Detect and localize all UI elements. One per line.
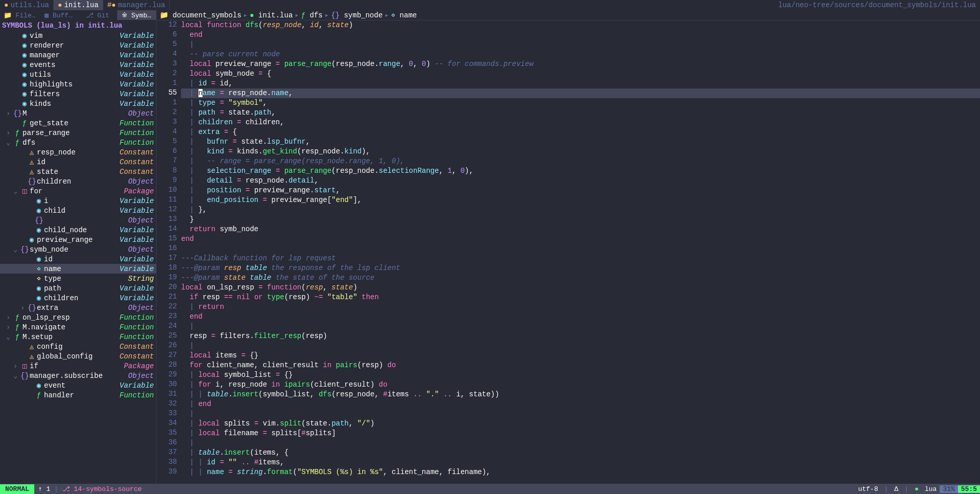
code-line[interactable]: | bufnr = state.lsp_bufnr,	[181, 137, 980, 147]
code-line[interactable]: for client_name, client_result in pairs(…	[181, 361, 980, 370]
sidebar-tab[interactable]: ※ Symb…	[117, 10, 156, 20]
buffer-tab[interactable]: #●manager.lua	[103, 0, 170, 10]
symbol-item[interactable]: ◉ children Variable	[0, 293, 156, 303]
code-line[interactable]: | detail = resp_node.detail,	[181, 176, 980, 186]
symbol-item[interactable]: {} Object	[0, 215, 156, 225]
code-content[interactable]: local function dfs(resp_node, id, state)…	[181, 20, 980, 485]
code-line[interactable]: |	[181, 409, 980, 419]
code-line[interactable]: |	[181, 40, 980, 50]
code-line[interactable]: | | name = string.format("SYMBOLS (%s) i…	[181, 467, 980, 477]
breadcrumb-segment[interactable]: 📁 document_symbols	[160, 11, 241, 19]
code-line[interactable]: | path = state.path,	[181, 108, 980, 118]
symbol-item[interactable]: ◬ id Constant	[0, 157, 156, 167]
symbol-item[interactable]: ◉ utils Variable	[0, 70, 156, 79]
code-line[interactable]: | local symbol_list = {}	[181, 370, 980, 380]
symbol-item[interactable]: › ƒ on_lsp_resp Function	[0, 312, 156, 322]
symbol-item[interactable]: ◉ manager Variable	[0, 50, 156, 60]
code-line[interactable]: ---@param resp table the response of the…	[181, 263, 980, 273]
breadcrumb[interactable]: 📁 document_symbols▸● init.lua▸ƒ dfs▸{} s…	[157, 10, 980, 20]
code-line[interactable]: ---@param state table the state of the s…	[181, 273, 980, 283]
code-line[interactable]	[181, 244, 980, 254]
code-line[interactable]: |	[181, 322, 980, 331]
symbol-item[interactable]: ◬ resp_node Constant	[0, 147, 156, 157]
code-line[interactable]: | id = id,	[181, 79, 980, 88]
code-line[interactable]: | | table.insert(symbol_list, dfs(resp_n…	[181, 390, 980, 399]
symbol-item[interactable]: ⋄ name Variable	[0, 264, 156, 274]
symbol-item[interactable]: ⌄ {} symb_node Object	[0, 244, 156, 254]
code-area[interactable]: 1265432155123456789101112131415161718192…	[157, 20, 980, 485]
code-line[interactable]: | | id = "" .. #items,	[181, 458, 980, 467]
symbol-item[interactable]: › {} extra Object	[0, 303, 156, 312]
symbol-item[interactable]: ◉ child Variable	[0, 206, 156, 215]
breadcrumb-segment[interactable]: ⋄ name	[391, 11, 416, 19]
code-line[interactable]: | name = resp_node.name,	[181, 88, 980, 98]
symbol-item[interactable]: ◉ event Variable	[0, 380, 156, 390]
symbol-item[interactable]: ◬ config Constant	[0, 342, 156, 351]
code-line[interactable]: | selection_range = parse_range(resp_nod…	[181, 166, 980, 176]
code-line[interactable]: local items = {}	[181, 351, 980, 361]
code-line[interactable]: }	[181, 215, 980, 224]
code-line[interactable]: | -- range = parse_range(resp_node.range…	[181, 156, 980, 166]
sidebar-tab[interactable]: ⎇ Git	[78, 10, 117, 20]
code-line[interactable]: |	[181, 341, 980, 351]
symbol-item[interactable]: ◬ global_config Constant	[0, 351, 156, 361]
code-line[interactable]: local function dfs(resp_node, id, state)	[181, 20, 980, 30]
symbol-item[interactable]: ⌄ {} manager.subscribe Object	[0, 371, 156, 380]
symbol-item[interactable]: › {} M Object	[0, 108, 156, 118]
code-line[interactable]: |	[181, 438, 980, 448]
breadcrumb-segment[interactable]: ● init.lua	[250, 11, 293, 19]
code-line[interactable]: local on_lsp_resp = function(resp, state…	[181, 283, 980, 293]
symbol-item[interactable]: ◉ events Variable	[0, 60, 156, 70]
breadcrumb-segment[interactable]: {} symb_node	[331, 11, 383, 19]
code-line[interactable]: | return	[181, 302, 980, 312]
symbol-item[interactable]: ◬ state Constant	[0, 167, 156, 176]
code-line[interactable]: ---Callback function for lsp request	[181, 254, 980, 263]
code-line[interactable]: if resp == nil or type(resp) ~= "table" …	[181, 293, 980, 302]
code-line[interactable]: local preview_range = parse_range(resp_n…	[181, 59, 980, 69]
buffer-tab[interactable]: ●init.lua	[54, 0, 103, 10]
code-line[interactable]: | table.insert(items, {	[181, 448, 980, 458]
code-line[interactable]: | position = preview_range.start,	[181, 186, 980, 195]
symbol-item[interactable]: ƒ handler Function	[0, 390, 156, 400]
code-line[interactable]: | type = "symbol",	[181, 98, 980, 108]
code-line[interactable]: resp = filters.filter_resp(resp)	[181, 331, 980, 341]
symbol-item[interactable]: ⋄ type String	[0, 274, 156, 283]
symbol-item[interactable]: ƒ get_state Function	[0, 118, 156, 128]
symbol-item[interactable]: › ƒ M.navigate Function	[0, 322, 156, 332]
symbol-item[interactable]: ◉ path Variable	[0, 283, 156, 293]
symbol-item[interactable]: ◉ renderer Variable	[0, 40, 156, 50]
breadcrumb-segment[interactable]: ƒ dfs	[301, 11, 323, 19]
symbol-item[interactable]: › ƒ parse_range Function	[0, 128, 156, 138]
code-line[interactable]: end	[181, 234, 980, 244]
code-line[interactable]: | },	[181, 205, 980, 215]
symbol-item[interactable]: ◉ filters Variable	[0, 89, 156, 99]
symbol-item[interactable]: › ◫ if Package	[0, 361, 156, 371]
symbol-item[interactable]: ◉ preview_range Variable	[0, 235, 156, 244]
code-line[interactable]: | end	[181, 399, 980, 409]
code-line[interactable]: -- parse current node	[181, 50, 980, 59]
code-line[interactable]: end	[181, 312, 980, 322]
symbol-item[interactable]: ⌄ ◫ for Package	[0, 186, 156, 196]
code-line[interactable]: | for i, resp_node in ipairs(client_resu…	[181, 380, 980, 390]
code-line[interactable]: | local filename = splits[#splits]	[181, 429, 980, 438]
code-line[interactable]: | children = children,	[181, 118, 980, 127]
code-line[interactable]: | local splits = vim.split(state.path, "…	[181, 419, 980, 429]
symbol-item[interactable]: ◉ kinds Variable	[0, 99, 156, 108]
symbol-item[interactable]: ◉ vim Variable	[0, 31, 156, 40]
symbol-item[interactable]: ⌄ ƒ M.setup Function	[0, 332, 156, 342]
symbol-item[interactable]: ◉ highlights Variable	[0, 79, 156, 89]
symbol-item[interactable]: ◉ id Variable	[0, 254, 156, 264]
code-line[interactable]: local symb_node = {	[181, 69, 980, 79]
code-line[interactable]: end	[181, 30, 980, 40]
code-line[interactable]: | kind = kinds.get_kind(resp_node.kind),	[181, 147, 980, 156]
sidebar-tab[interactable]: 📁 File…	[0, 10, 39, 20]
code-line[interactable]: | extra = {	[181, 127, 980, 137]
symbol-item[interactable]: ◉ child_node Variable	[0, 225, 156, 235]
code-line[interactable]: | end_position = preview_range["end"],	[181, 195, 980, 205]
symbols-outline[interactable]: ◉ vim Variable ◉ renderer Variable ◉ man…	[0, 31, 156, 400]
buffer-tab[interactable]: ●utils.lua	[0, 0, 54, 10]
symbol-item[interactable]: ◉ i Variable	[0, 196, 156, 206]
code-line[interactable]: return symb_node	[181, 224, 980, 234]
sidebar-tab[interactable]: ▦ Buff…	[39, 10, 78, 20]
symbol-item[interactable]: ⌄ ƒ dfs Function	[0, 138, 156, 147]
